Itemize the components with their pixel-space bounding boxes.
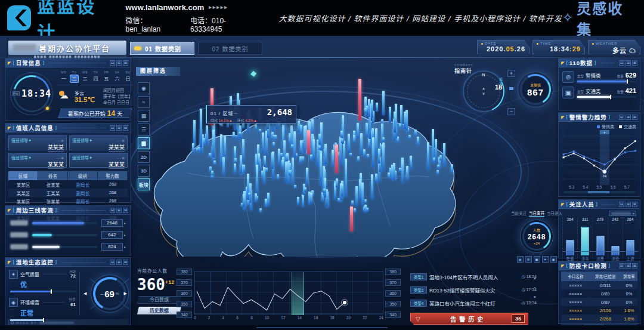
total-alarm-gauge: 总警情 867 <box>518 72 553 107</box>
tab-data-category-2[interactable]: 02 数据类别 <box>198 42 262 55</box>
focus-tab[interactable]: 当前关注 <box>511 210 527 217</box>
panel-focus-people: ◤[ 关注人员 ] ⊟⊞⊠ ▾ 264在逃311涉毒279涉黑242涉恐264上… <box>558 199 640 258</box>
compass-dial[interactable]: N ∧∨ <box>463 70 504 112</box>
focus-tab[interactable]: 当日进入 <box>547 210 562 217</box>
checkpoint-name: ××××× <box>561 289 590 298</box>
weekday-cell[interactable]: FR五 <box>102 70 111 83</box>
map-zoom-control: + − <box>507 70 515 115</box>
eco-gauge: – 69 % <box>91 275 129 313</box>
weekday-cell[interactable]: TH四 <box>91 70 100 83</box>
bracket-decor: [ <box>566 60 567 65</box>
focus-bar <box>596 236 604 255</box>
tab-data-category-1[interactable]: 01 数据类别 <box>130 42 194 55</box>
weekday-cell[interactable]: SA六 <box>113 70 122 83</box>
zoom-out-button[interactable]: − <box>507 108 515 115</box>
duty-leader-card[interactable]: 值班领导▸⋯ ⊗某某某 <box>8 153 67 168</box>
duty-name: 某某某 <box>48 143 64 152</box>
alarm-count-badge: 36 <box>512 314 525 323</box>
camera-icon[interactable]: ◉ <box>138 82 150 94</box>
eco-metric-value: 72 <box>70 273 76 279</box>
mini-icon-5[interactable]: ◉ <box>550 256 557 263</box>
window-controls[interactable]: ⊟⊞⊠ <box>619 115 637 120</box>
duty-leader-card[interactable]: 值班领导▸⋯ ⊗某某某 <box>8 135 67 150</box>
weekday-cell[interactable]: TU二 <box>70 70 79 83</box>
x-tick-label: 5.4 <box>583 185 588 189</box>
weekday-en: FR <box>102 70 111 74</box>
trend-scrollbar[interactable] <box>564 191 635 193</box>
window-controls[interactable]: ⊟⊞⊠ <box>619 263 637 269</box>
abnormal-rate: 1.6% <box>621 306 637 314</box>
weekday-cell[interactable]: MO一 <box>59 70 68 83</box>
table-cell: 某某区 <box>8 197 38 205</box>
weekday-cell[interactable]: SU日 <box>123 70 132 83</box>
gauge-next-arrow[interactable]: ▶ <box>124 291 127 296</box>
scroll-up-icon[interactable]: ▲ <box>532 273 538 283</box>
gauge-value: 2648 <box>528 233 546 242</box>
more-icon[interactable]: ⋯ ⊗ <box>117 156 125 160</box>
alert-item[interactable]: 类型4某路口有小汽车连闯三个红灯◷ 13:24 <box>410 298 537 308</box>
legend-item[interactable]: 交通类 <box>619 124 636 129</box>
panel-header: ◤[ 110数据 ] ⊟⊞⊠ <box>559 58 640 67</box>
window-controls[interactable]: ⊟⊞⊠ <box>619 60 637 66</box>
bracket-decor: ] <box>55 260 57 264</box>
weather-widget: WEATHER 多云 ☁ <box>588 40 640 54</box>
panel-title: 日常信息 <box>16 58 41 67</box>
checked-count: 0/89 <box>590 298 621 306</box>
alarm-history-button[interactable]: ▽ 告警历史 36 <box>410 313 528 325</box>
x-tick-label: 18 <box>330 316 334 320</box>
expand-icon: ⊠ <box>123 125 128 131</box>
window-controls[interactable]: ⊟⊞⊠ <box>110 125 128 131</box>
btn-blocks[interactable]: 板块 <box>138 178 150 190</box>
y-axis-label: 350 <box>385 301 401 307</box>
duty-leader-card[interactable]: 值班领导▸⋯ ⊗某某某 <box>69 135 128 150</box>
window-controls[interactable]: ⊟⊞⊠ <box>110 60 128 66</box>
zoom-in-button[interactable]: + <box>507 70 515 77</box>
x-tick-label: 12 <box>281 316 285 320</box>
table-cell: 副局长 <box>68 189 98 197</box>
more-icon[interactable]: ⋯ ⊗ <box>56 138 64 143</box>
alert-type-tag: 类型1 <box>410 273 427 280</box>
btn-3d[interactable]: 3D <box>138 165 150 177</box>
window-controls[interactable]: ⊟⊞⊠ <box>110 208 128 213</box>
chart-icon[interactable]: ▆ <box>138 137 150 149</box>
more-icon[interactable]: ⋯ ⊗ <box>117 138 125 143</box>
more-icon[interactable]: ⋯ ⊗ <box>56 156 64 160</box>
duty-leader-card[interactable]: 值班领导▸⋯ ⊗某某某 <box>69 153 128 168</box>
collect-button[interactable]: ✧ 灵感收集 <box>562 0 644 39</box>
scroll-down-icon[interactable]: ▼ <box>532 292 538 302</box>
made-by-text: MADE BY <box>16 321 37 325</box>
signal-icon[interactable]: ≈ <box>138 96 150 108</box>
grid-icon[interactable]: ▦ <box>138 110 150 122</box>
minimize-icon: ⊟ <box>110 60 115 66</box>
gauge-prev-arrow[interactable]: ◀ <box>83 291 86 296</box>
alert-item[interactable]: 类型1湿地3-104片区有不明人员闯入◷ 18:24 <box>410 272 537 282</box>
zoom-track[interactable] <box>510 79 512 106</box>
window-controls[interactable]: ⊟⊞⊠ <box>110 260 128 265</box>
mini-icon-1[interactable]: ◈ <box>517 256 524 263</box>
corner-tick: ◤ <box>8 260 11 264</box>
alert-text: 某路口有小汽车连闯三个红灯 <box>429 300 519 307</box>
alert-text: RD13-53指挥楼报警疑似火灾 <box>429 286 519 294</box>
weekday-cell[interactable]: WE三 <box>80 70 89 83</box>
duty-cards: 值班领导▸⋯ ⊗某某某值班领导▸⋯ ⊗某某某值班领导▸⋯ ⊗某某某值班领导▸⋯ … <box>5 132 131 170</box>
mini-icon-3[interactable]: ▣ <box>534 256 540 263</box>
window-icon: ⊞ <box>626 115 631 120</box>
weekday-en: WE <box>80 70 89 74</box>
y-axis-label: 370 <box>177 279 192 286</box>
dotted-leader <box>614 266 615 266</box>
focus-tab[interactable]: 当日离开 <box>529 210 544 217</box>
mini-icon-2[interactable]: ⊚ <box>525 256 532 263</box>
btn-2d[interactable]: 2D <box>138 151 150 163</box>
window-controls[interactable]: ⊟⊞⊠ <box>619 202 637 207</box>
zoom-thumb[interactable] <box>509 87 513 90</box>
today-data-button[interactable]: 今日数据 <box>137 296 181 304</box>
history-data-button[interactable]: 历史数据 <box>137 307 181 314</box>
list-icon[interactable]: ☰ <box>138 124 150 135</box>
legend-item[interactable]: 警情类 <box>597 124 614 129</box>
focus-range-dropdown[interactable]: ▾ <box>609 211 636 216</box>
column-header: 卡口名称 <box>561 272 590 281</box>
trend-legend: 警情类交通类 <box>559 122 640 129</box>
window-icon: ⊞ <box>116 125 122 131</box>
alert-item[interactable]: 类型2RD13-53指挥楼报警疑似火灾◷ 17:24 <box>410 285 537 295</box>
mini-icon-4[interactable]: ✦ <box>542 256 549 263</box>
